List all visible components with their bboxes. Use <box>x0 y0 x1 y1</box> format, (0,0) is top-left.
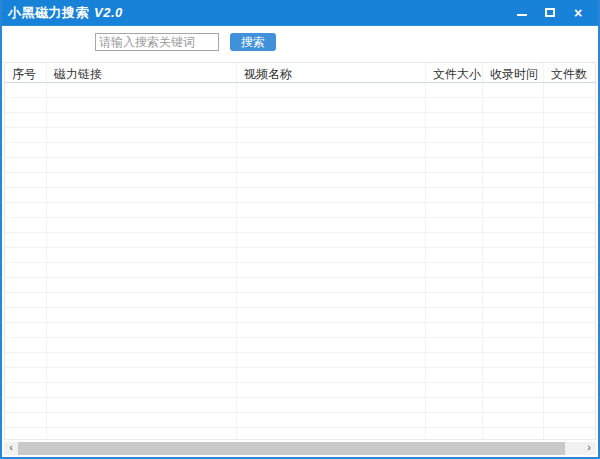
column-header-indexed-time[interactable]: 收录时间 <box>483 63 544 82</box>
table-cell-magnet-link <box>47 128 237 143</box>
table-cell-file-size <box>426 233 483 248</box>
app-version: V2.0 <box>94 5 123 20</box>
table-cell-video-name <box>237 158 426 173</box>
table-cell-indexed-time <box>483 233 544 248</box>
column-header-file-size[interactable]: 文件大小 <box>426 63 483 82</box>
table-row <box>5 278 595 293</box>
table-cell-file-size <box>426 293 483 308</box>
table-cell-indexed-time <box>483 338 544 353</box>
table-cell-video-name <box>237 263 426 278</box>
table-cell-magnet-link <box>47 383 237 398</box>
maximize-button[interactable] <box>538 0 562 25</box>
table-cell-indexed-time <box>483 158 544 173</box>
table-cell-index <box>5 308 47 323</box>
table-row <box>5 323 595 338</box>
table-row <box>5 98 595 113</box>
table-cell-file-size <box>426 143 483 158</box>
close-icon: × <box>574 6 582 20</box>
table-cell-magnet-link <box>47 293 237 308</box>
table-cell-file-size <box>426 278 483 293</box>
table-cell-file-size <box>426 308 483 323</box>
table-cell-file-count <box>544 98 595 113</box>
table-cell-file-size <box>426 383 483 398</box>
table-row <box>5 143 595 158</box>
table-cell-magnet-link <box>47 83 237 98</box>
table-row <box>5 398 595 413</box>
table-cell-indexed-time <box>483 248 544 263</box>
horizontal-scrollbar[interactable]: ‹ › <box>4 442 596 455</box>
table-row <box>5 338 595 353</box>
search-button[interactable]: 搜索 <box>230 33 276 51</box>
table-cell-video-name <box>237 428 426 440</box>
app-window: 小黑磁力搜索V2.0 × 搜索 序号磁力链接视频名称文件大小收录时间文件数 ‹ <box>0 0 600 459</box>
table-cell-video-name <box>237 338 426 353</box>
search-input[interactable] <box>95 33 219 51</box>
table-cell-file-size <box>426 203 483 218</box>
close-button[interactable]: × <box>566 0 590 25</box>
table-cell-indexed-time <box>483 188 544 203</box>
table-cell-file-count <box>544 398 595 413</box>
table-cell-magnet-link <box>47 353 237 368</box>
window-title: 小黑磁力搜索V2.0 <box>8 4 123 22</box>
table-cell-magnet-link <box>47 143 237 158</box>
table-cell-file-size <box>426 128 483 143</box>
scroll-right-button[interactable]: › <box>582 442 596 455</box>
titlebar[interactable]: 小黑磁力搜索V2.0 × <box>0 0 600 26</box>
table-cell-index <box>5 173 47 188</box>
scrollbar-track[interactable] <box>18 442 582 455</box>
table-cell-magnet-link <box>47 413 237 428</box>
minimize-button[interactable] <box>510 0 534 25</box>
table-row <box>5 83 595 98</box>
table-cell-indexed-time <box>483 308 544 323</box>
table-cell-video-name <box>237 203 426 218</box>
table-cell-magnet-link <box>47 398 237 413</box>
scroll-left-icon: ‹ <box>9 442 13 453</box>
maximize-icon <box>545 8 555 17</box>
table-cell-file-size <box>426 173 483 188</box>
table-cell-file-count <box>544 158 595 173</box>
column-header-index[interactable]: 序号 <box>5 63 47 82</box>
table-cell-magnet-link <box>47 338 237 353</box>
table-row <box>5 128 595 143</box>
table-cell-file-count <box>544 278 595 293</box>
table-cell-file-count <box>544 368 595 383</box>
table-cell-video-name <box>237 143 426 158</box>
table-cell-file-count <box>544 323 595 338</box>
table-cell-file-size <box>426 113 483 128</box>
table-cell-video-name <box>237 188 426 203</box>
table-cell-magnet-link <box>47 323 237 338</box>
table-cell-file-size <box>426 263 483 278</box>
table-row <box>5 353 595 368</box>
table-cell-magnet-link <box>47 188 237 203</box>
table-cell-video-name <box>237 323 426 338</box>
table-cell-file-count <box>544 218 595 233</box>
table-cell-file-size <box>426 158 483 173</box>
table-cell-magnet-link <box>47 233 237 248</box>
table-cell-index <box>5 368 47 383</box>
table-cell-magnet-link <box>47 203 237 218</box>
table-cell-video-name <box>237 308 426 323</box>
column-header-magnet-link[interactable]: 磁力链接 <box>47 63 237 82</box>
minimize-icon <box>517 14 527 16</box>
table-cell-video-name <box>237 278 426 293</box>
table-cell-file-count <box>544 128 595 143</box>
scroll-left-button[interactable]: ‹ <box>4 442 18 455</box>
table-cell-magnet-link <box>47 98 237 113</box>
table-cell-file-count <box>544 248 595 263</box>
table-row <box>5 293 595 308</box>
table-cell-file-size <box>426 353 483 368</box>
table-cell-file-size <box>426 188 483 203</box>
table-cell-index <box>5 83 47 98</box>
table-row <box>5 173 595 188</box>
table-row <box>5 233 595 248</box>
table-cell-file-size <box>426 98 483 113</box>
table-cell-index <box>5 128 47 143</box>
scrollbar-thumb[interactable] <box>18 442 565 455</box>
column-header-video-name[interactable]: 视频名称 <box>237 63 426 82</box>
table-row <box>5 188 595 203</box>
scroll-right-icon: › <box>587 442 591 453</box>
table-cell-file-count <box>544 83 595 98</box>
column-header-file-count[interactable]: 文件数 <box>544 63 596 82</box>
table-cell-file-size <box>426 248 483 263</box>
table-cell-index <box>5 113 47 128</box>
